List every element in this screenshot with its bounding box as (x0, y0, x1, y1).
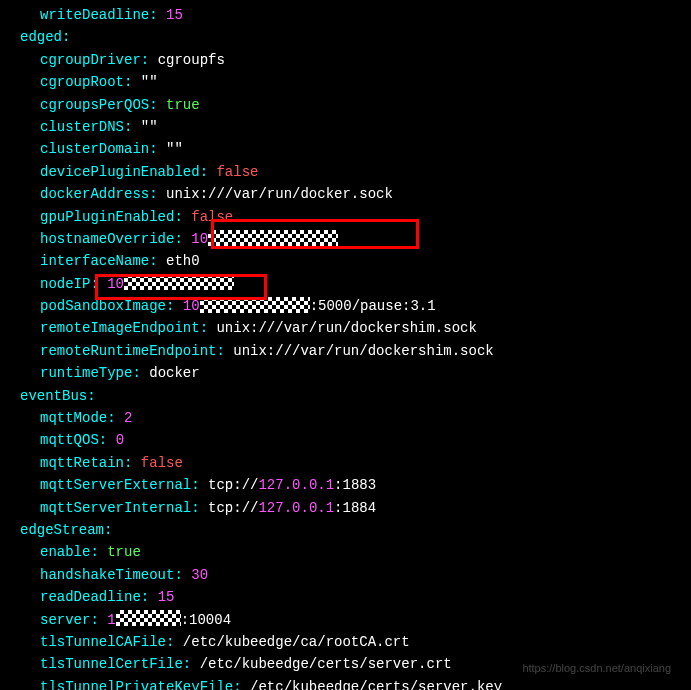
config-line: remoteImageEndpoint: unix:///var/run/doc… (0, 317, 691, 339)
config-line: writeDeadline: 15 (0, 4, 691, 26)
config-line: readDeadline: 15 (0, 586, 691, 608)
config-line: cgroupDriver: cgroupfs (0, 49, 691, 71)
config-line: cgroupRoot: "" (0, 71, 691, 93)
config-line: mqttServerExternal: tcp://127.0.0.1:1883 (0, 474, 691, 496)
config-line-nodeIP: nodeIP: 10 (0, 273, 691, 295)
watermark-text: https://blog.csdn.net/anqixiang (522, 660, 671, 678)
config-line: server: 1:10004 (0, 609, 691, 631)
config-line: remoteRuntimeEndpoint: unix:///var/run/d… (0, 340, 691, 362)
config-line: dockerAddress: unix:///var/run/docker.so… (0, 183, 691, 205)
redacted-block (208, 230, 338, 246)
section-eventBus: eventBus: (0, 385, 691, 407)
config-line: enable: true (0, 541, 691, 563)
redacted-block (124, 274, 234, 290)
section-edgeStream: edgeStream: (0, 519, 691, 541)
config-line: mqttRetain: false (0, 452, 691, 474)
config-line: runtimeType: docker (0, 362, 691, 384)
terminal-output: writeDeadline: 15 edged: cgroupDriver: c… (0, 4, 691, 690)
redacted-block (116, 610, 181, 626)
config-line: cgroupsPerQOS: true (0, 94, 691, 116)
config-line: clusterDNS: "" (0, 116, 691, 138)
config-line: mqttMode: 2 (0, 407, 691, 429)
config-line: mqttQOS: 0 (0, 429, 691, 451)
config-line: mqttServerInternal: tcp://127.0.0.1:1884 (0, 497, 691, 519)
section-edged: edged: (0, 26, 691, 48)
config-line: interfaceName: eth0 (0, 250, 691, 272)
config-line: tlsTunnelCAFile: /etc/kubeedge/ca/rootCA… (0, 631, 691, 653)
config-line: podSandboxImage: 10:5000/pause:3.1 (0, 295, 691, 317)
config-line: handshakeTimeout: 30 (0, 564, 691, 586)
redacted-block (200, 297, 310, 313)
config-line: gpuPluginEnabled: false (0, 206, 691, 228)
config-line: devicePluginEnabled: false (0, 161, 691, 183)
config-line-hostnameOverride: hostnameOverride: 10 (0, 228, 691, 250)
config-line: clusterDomain: "" (0, 138, 691, 160)
